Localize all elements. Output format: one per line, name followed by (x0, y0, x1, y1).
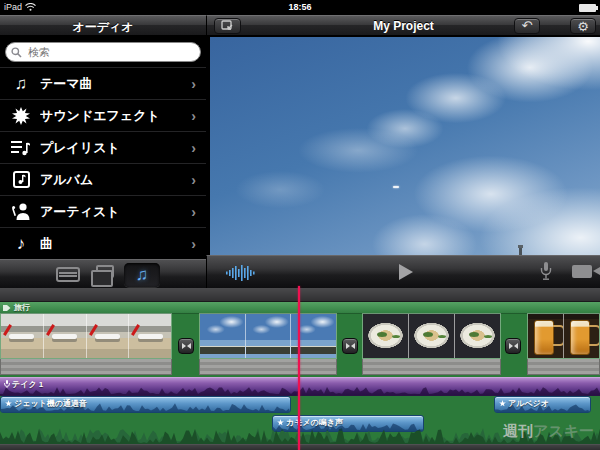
transition-icon[interactable] (505, 338, 521, 354)
audio-panel-title: オーディオ (0, 19, 206, 36)
timeline-bottom-edge (0, 444, 600, 450)
tag-icon (2, 304, 11, 312)
recording-track[interactable]: テイク 1 (0, 377, 600, 396)
audio-waveform-toggle-icon[interactable] (225, 264, 259, 282)
camera-button[interactable] (572, 265, 592, 278)
microphone-small-icon (4, 380, 10, 389)
video-browser-tab-icon[interactable] (56, 267, 80, 282)
chevron-right-icon: › (191, 204, 196, 220)
menu-item-artists[interactable]: アーティスト › (0, 195, 206, 227)
audio-clip-label: アルベジオ (508, 398, 549, 409)
clip-filmstrip-footer (199, 359, 337, 375)
undo-button[interactable]: ↶ (514, 18, 540, 34)
clock: 18:56 (0, 2, 600, 12)
video-clip-sky[interactable] (199, 313, 337, 375)
clip-thumbnails (0, 313, 172, 359)
menu-label: テーマ曲 (40, 75, 191, 93)
preview-sky-frame (210, 37, 600, 255)
recording-track-label: テイク 1 (12, 379, 43, 390)
photo-browser-tab-icon[interactable] (96, 265, 114, 278)
settings-button[interactable]: ⚙ (570, 18, 596, 34)
menu-item-theme-songs[interactable]: ♫ テーマ曲 › (0, 67, 206, 99)
control-tower-silhouette (519, 245, 522, 255)
status-bar: iPad 18:56 (0, 0, 600, 15)
audio-clip-arpeggio[interactable]: アルベジオ (494, 396, 591, 413)
audio-clip-label: ジェット機の通過音 (14, 398, 87, 409)
sound-effects-icon (8, 107, 34, 125)
menu-label: プレイリスト (40, 139, 191, 157)
project-title: My Project (207, 19, 600, 33)
play-button[interactable] (399, 264, 413, 280)
battery-icon (579, 4, 596, 12)
theme-songs-icon: ♫ (8, 75, 34, 92)
chevron-right-icon: › (191, 140, 196, 156)
chevron-right-icon: › (191, 236, 196, 252)
search-row (0, 37, 206, 67)
menu-label: アルバム (40, 171, 191, 189)
video-clip-airport[interactable] (0, 313, 172, 375)
add-media-icon (221, 20, 234, 32)
clip-filmstrip-footer (0, 359, 172, 375)
audio-browser-panel: ♫ テーマ曲 › サウンドエフェクト › (0, 37, 206, 259)
playhead[interactable] (298, 286, 300, 450)
menu-item-sound-effects[interactable]: サウンドエフェクト › (0, 99, 206, 131)
audio-clip-jet-sound[interactable]: ジェット機の通過音 (0, 396, 291, 413)
timeline-top-scrollbar[interactable] (0, 288, 600, 302)
clip-thumbnails (527, 313, 600, 359)
audio-clip-label: カモメの鳴き声 (286, 417, 343, 428)
clip-filmstrip-footer (362, 359, 501, 375)
menu-item-songs[interactable]: ♪ 曲 › (0, 227, 206, 259)
chevron-right-icon: › (191, 76, 196, 92)
music-note-icon: ♫ (136, 265, 149, 285)
menu-label: サウンドエフェクト (40, 107, 191, 125)
media-browser-toolbar: ♫ (0, 259, 206, 288)
audio-clip-seagull-sound[interactable]: カモメの鳴き声 (272, 415, 424, 432)
clip-filmstrip-footer (527, 359, 600, 375)
search-input[interactable] (5, 42, 201, 62)
audio-browser-tab-selected[interactable]: ♫ (124, 263, 160, 287)
menu-item-albums[interactable]: アルバム › (0, 163, 206, 195)
project-titlebar: My Project ↶ ⚙ (206, 15, 600, 36)
video-preview-area (206, 37, 600, 255)
transition-icon[interactable] (178, 338, 194, 354)
artists-icon (8, 203, 34, 220)
menu-item-playlists[interactable]: プレイリスト › (0, 131, 206, 163)
video-clip-beer[interactable] (527, 313, 600, 375)
clip-thumbnails (199, 313, 337, 359)
playlists-icon (8, 140, 34, 156)
sound-effect-icon (5, 400, 12, 407)
sound-effect-icon (277, 419, 284, 426)
sound-effect-icon (499, 400, 506, 407)
menu-label: 曲 (40, 235, 191, 253)
playback-toolbar (206, 255, 600, 288)
video-clip-food[interactable] (362, 313, 501, 375)
microphone-button[interactable] (540, 261, 552, 281)
chevron-right-icon: › (191, 172, 196, 188)
audio-panel-titlebar: オーディオ (0, 15, 206, 36)
recording-waveform (0, 387, 600, 395)
transition-icon[interactable] (342, 338, 358, 354)
watermark: 週刊アスキー (503, 422, 594, 441)
menu-label: アーティスト (40, 203, 191, 221)
clip-thumbnails (362, 313, 501, 359)
add-media-button[interactable] (214, 18, 241, 34)
imovie-screen: iPad 18:56 オーディオ My Project ↶ ⚙ (0, 0, 600, 450)
airplane-in-sky (393, 186, 399, 188)
chevron-right-icon: › (191, 108, 196, 124)
songs-icon: ♪ (8, 235, 34, 252)
albums-icon (8, 171, 34, 188)
video-track-label: 旅行 (14, 302, 30, 313)
